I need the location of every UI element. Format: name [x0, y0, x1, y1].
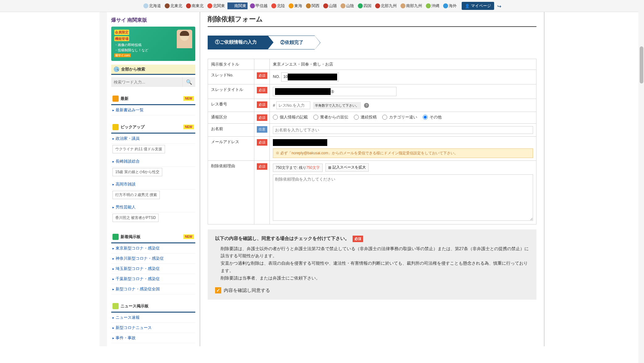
expand-textarea-button[interactable]: ⊞ 記入スペースを拡大: [325, 163, 369, 172]
news-link[interactable]: 新型コロナニュース: [111, 323, 195, 333]
radio-input[interactable]: [354, 115, 359, 120]
thread-title-suffix: ⑤: [331, 89, 334, 94]
region-icon: [323, 3, 328, 8]
region-icon: [306, 3, 311, 8]
radio-input[interactable]: [423, 115, 428, 120]
site-title: 爆サイ 南関東版: [111, 17, 195, 23]
logout-icon[interactable]: [497, 3, 502, 8]
region-icon: [289, 3, 294, 8]
radio-input[interactable]: [273, 115, 278, 120]
radio-option[interactable]: カテゴリー違い: [382, 114, 417, 120]
region-icon: [443, 3, 448, 8]
required-badge: 必須: [257, 139, 267, 146]
name-input[interactable]: [273, 126, 533, 134]
region-山陽[interactable]: 山陽: [322, 2, 338, 9]
news-link[interactable]: ニュース速報: [111, 313, 195, 323]
res-no-input[interactable]: [276, 101, 310, 109]
pickup-head: ピックアップ NEW: [111, 122, 195, 134]
latest-link[interactable]: 最新書込み一覧: [111, 105, 195, 115]
page-scrollbar[interactable]: [638, 0, 644, 346]
thread-title-redacted: [275, 88, 331, 95]
required-badge: 必須: [353, 236, 363, 242]
pickup-link[interactable]: 長崎雑談総合: [111, 156, 195, 167]
label-board: 掲示板タイトル: [208, 59, 254, 70]
left-scroll-gutter: [100, 12, 107, 346]
pickup-sub: 15歳 実の娘と小6から性交: [112, 168, 162, 176]
email-note: ※ 必ず「noreply@bakusai.com」からのメールを受信できる様にド…: [273, 148, 533, 158]
top-region-nav: 北海道北東北南東北北関東南関東甲信越北陸東海関西山陽山陰四国北部九州南部九州沖縄…: [0, 0, 644, 12]
agreement-body: 削除要請は、弁護士以外の者が行うと弁護士法第72条で禁止している（非弁護士の法律…: [221, 245, 529, 282]
plus-icon: ⊞: [328, 165, 331, 170]
region-東海[interactable]: 東海: [287, 2, 303, 9]
region-北関東[interactable]: 北関東: [206, 2, 226, 9]
region-icon: [375, 3, 380, 8]
newboard-link[interactable]: 神奈川新型コロナ・感染症: [111, 254, 195, 264]
newboard-head: 新着掲示板 NEW: [111, 231, 195, 243]
region-関西[interactable]: 関西: [305, 2, 321, 9]
region-icon: [229, 3, 234, 8]
pickup-link[interactable]: 政治家・議員: [111, 134, 195, 144]
radio-input[interactable]: [382, 115, 387, 120]
optional-badge: 任意: [257, 126, 267, 133]
promo-feat1: ・画像の即時投稿: [114, 43, 142, 47]
thread-no-redacted: [288, 74, 337, 80]
pickup-link[interactable]: 高岡市雑談: [111, 179, 195, 190]
region-北海道[interactable]: 北海道: [142, 2, 162, 9]
search-button[interactable]: 🔍: [182, 77, 195, 87]
label-category: 通報区分: [208, 112, 254, 124]
search-input[interactable]: [111, 77, 182, 87]
region-南東北[interactable]: 南東北: [185, 2, 205, 9]
region-icon: [165, 3, 170, 8]
region-甲信越[interactable]: 甲信越: [249, 2, 269, 9]
label-thread-title: スレッドタイトル: [208, 84, 254, 99]
region-山陰[interactable]: 山陰: [339, 2, 355, 9]
form-table: 掲示板タイトル 東京メンエス・回春・癒し・お店 スレッドNo. 必須 NO. 1…: [208, 59, 536, 224]
user-icon: 👤: [465, 4, 470, 8]
region-北陸[interactable]: 北陸: [270, 2, 286, 9]
label-res-no: レス番号: [208, 99, 254, 112]
news-head: ニュース掲示板: [111, 301, 195, 313]
label-email: メールアドレス: [208, 137, 254, 161]
star-icon: [112, 124, 119, 130]
region-icon: [186, 3, 191, 8]
email-redacted: [273, 139, 327, 146]
radio-option[interactable]: 業者からの宣伝: [313, 114, 348, 120]
region-北部九州[interactable]: 北部九州: [374, 2, 398, 9]
mypage-button[interactable]: 👤マイページ: [462, 2, 494, 10]
agreement-head: 以下の内容を確認し、同意する場合はチェックを付けて下さい。 必須: [215, 236, 529, 242]
required-badge: 必須: [257, 72, 267, 79]
newboard-link[interactable]: 千葉新型コロナ・感染症: [111, 274, 195, 284]
region-icon: [400, 3, 405, 8]
char-counter: 750文字まで: 残り750文字: [273, 164, 323, 172]
region-icon: [341, 3, 345, 8]
agree-checkbox[interactable]: ✓ 内容を確認し同意する: [215, 287, 529, 293]
region-icon: [250, 3, 255, 8]
main-content: 削除依頼フォーム ①ご依頼情報の入力 ②依頼完了 掲示板タイトル 東京メンエス・…: [200, 12, 544, 346]
radio-option[interactable]: 個人情報の記載: [273, 114, 308, 120]
region-北東北[interactable]: 北東北: [163, 2, 184, 9]
newboard-link[interactable]: 東京新型コロナ・感染症: [111, 243, 195, 254]
radio-input[interactable]: [313, 115, 318, 120]
region-沖縄[interactable]: 沖縄: [425, 2, 441, 9]
region-南部九州[interactable]: 南部九州: [399, 2, 423, 9]
label-name: お名前: [208, 124, 254, 137]
region-四国[interactable]: 四国: [357, 2, 373, 9]
radio-option[interactable]: その他: [423, 114, 442, 120]
new-badge: NEW: [183, 125, 194, 129]
pickup-link[interactable]: 男性芸能人: [111, 202, 195, 212]
new-badge: NEW: [183, 234, 194, 239]
help-icon[interactable]: ?: [364, 103, 369, 108]
reason-textarea[interactable]: [273, 174, 533, 221]
news-link[interactable]: 事件・事故: [111, 333, 195, 343]
value-board: 東京メンエス・回春・癒し・お店: [270, 59, 536, 70]
region-南関東[interactable]: 南関東: [227, 2, 248, 9]
search-section-head: 全部から検索: [111, 65, 195, 75]
region-icon: [271, 3, 276, 8]
radio-option[interactable]: 連続投稿: [354, 114, 377, 120]
newboard-link[interactable]: 埼玉新型コロナ・感染症: [111, 264, 195, 274]
required-badge: 必須: [257, 163, 267, 170]
region-海外[interactable]: 海外: [442, 2, 458, 9]
newboard-link[interactable]: 新型コロナ・感染症全国: [111, 284, 195, 294]
promo-headline1: 会員限定: [114, 30, 129, 35]
promo-banner[interactable]: 会員限定 機能登場 ・画像の即時投稿 ・投稿制限なし！など 爆サイ.com: [111, 27, 195, 61]
